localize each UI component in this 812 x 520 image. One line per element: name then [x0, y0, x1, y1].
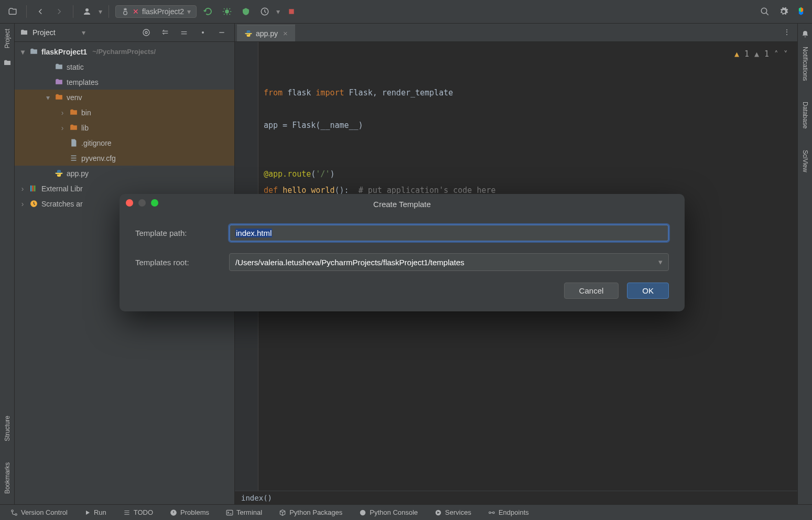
expand-all-icon[interactable]: [158, 25, 172, 40]
close-icon[interactable]: ×: [283, 29, 288, 38]
editor-tabs: app.py × ⋮: [235, 24, 797, 42]
run-button[interactable]: Run: [84, 508, 106, 516]
structure-tool-button[interactable]: Structure: [4, 410, 11, 447]
svg-rect-9: [30, 186, 31, 191]
console-button[interactable]: Python Console: [359, 508, 418, 516]
scratches-icon: [29, 199, 38, 208]
prev-icon[interactable]: ˄: [774, 46, 778, 62]
create-template-dialog: Create Template Template path: index.htm…: [120, 194, 685, 311]
collapse-all-icon[interactable]: [177, 25, 191, 40]
file-icon: [69, 154, 78, 162]
close-window-icon[interactable]: [126, 199, 133, 207]
run-config-dropdown[interactable]: ✕ flaskProject2 ▾: [115, 5, 197, 18]
templates-root-select[interactable]: /Users/valeria.letusheva/PycharmProjects…: [229, 253, 669, 271]
dialog-titlebar[interactable]: Create Template: [120, 194, 685, 214]
svg-point-14: [15, 513, 17, 515]
folder-icon: [55, 62, 63, 71]
input-value: index.html: [235, 229, 272, 237]
panel-settings-icon[interactable]: [196, 25, 210, 40]
problems-button[interactable]: Problems: [170, 508, 209, 516]
chevron-down-icon: ▾: [44, 93, 51, 102]
back-icon[interactable]: [33, 4, 48, 19]
sciview-tool-button[interactable]: SciView: [802, 145, 809, 177]
tree-file-pyvenv[interactable]: pyvenv.cfg: [15, 150, 234, 166]
svg-point-13: [12, 510, 14, 512]
svg-point-0: [85, 8, 89, 12]
rerun-icon[interactable]: [201, 4, 215, 19]
separator: [26, 5, 27, 18]
tree-label: bin: [81, 109, 91, 117]
next-icon[interactable]: ˅: [784, 46, 788, 62]
version-control-button[interactable]: Version Control: [10, 508, 68, 516]
packages-button[interactable]: Python Packages: [279, 508, 342, 516]
debug-icon[interactable]: [220, 4, 234, 19]
jetbrains-icon[interactable]: [795, 4, 807, 19]
file-icon: [69, 138, 78, 147]
user-icon[interactable]: [80, 4, 94, 19]
endpoints-button[interactable]: Endpoints: [488, 508, 529, 516]
chevron-down-icon: ▾: [19, 48, 26, 56]
tree-label: app.py: [67, 169, 89, 178]
panel-header: Project ▾: [15, 24, 234, 42]
inspections-widget[interactable]: ▲1 ▲1 ˄ ˅: [734, 46, 788, 62]
database-tool-button[interactable]: Database: [802, 96, 809, 134]
minimize-window-icon[interactable]: [138, 199, 146, 207]
tab-label: app.py: [256, 29, 278, 38]
svg-rect-4: [289, 9, 294, 14]
tree-file-gitignore[interactable]: .gitignore: [15, 135, 234, 150]
svg-rect-16: [226, 510, 233, 515]
libraries-icon: [29, 184, 38, 193]
zoom-window-icon[interactable]: [151, 199, 158, 207]
minimize-icon[interactable]: [214, 25, 229, 40]
tab-app-py[interactable]: app.py ×: [237, 25, 295, 41]
forward-icon[interactable]: [52, 4, 67, 19]
terminal-button[interactable]: Terminal: [226, 508, 262, 516]
chevron-right-icon: ›: [19, 185, 26, 193]
folder-icon: [29, 47, 38, 56]
bell-icon[interactable]: [798, 27, 813, 41]
bookmarks-tool-button[interactable]: Bookmarks: [4, 457, 11, 499]
svg-point-7: [143, 29, 149, 36]
select-opened-icon[interactable]: [139, 25, 154, 40]
tree-root[interactable]: ▾ flaskProject1 ~/PycharmProjects/: [15, 44, 234, 59]
chevron-right-icon: ›: [59, 109, 66, 117]
tree-label: .gitignore: [81, 139, 112, 147]
tree-folder-templates[interactable]: templates: [15, 74, 234, 90]
svg-point-1: [124, 11, 127, 15]
folder-icon: [69, 123, 78, 132]
tab-options-icon[interactable]: ⋮: [779, 25, 794, 39]
project-tool-button[interactable]: Project: [4, 24, 11, 53]
tree-folder-bin[interactable]: › bin: [15, 105, 234, 120]
tree-file-app[interactable]: app.py: [15, 166, 234, 181]
profile-icon[interactable]: [257, 4, 272, 19]
ok-button[interactable]: OK: [627, 283, 669, 299]
tree-label: Scratches ar: [41, 200, 83, 208]
search-icon[interactable]: [757, 4, 772, 19]
folder-icon: [55, 78, 63, 86]
notifications-tool-button[interactable]: Notifications: [802, 41, 809, 86]
tree-label: pyvenv.cfg: [81, 154, 116, 162]
chevron-right-icon: ›: [19, 200, 26, 208]
breadcrumb-text: index(): [241, 494, 272, 502]
cancel-button[interactable]: Cancel: [564, 283, 619, 299]
services-button[interactable]: Services: [435, 508, 471, 516]
tree-folder-lib[interactable]: › lib: [15, 120, 234, 135]
chevron-down-icon[interactable]: ▾: [82, 28, 85, 37]
template-path-label: Template path:: [135, 229, 216, 237]
dialog-title: Create Template: [373, 200, 431, 209]
template-path-input[interactable]: index.html: [229, 224, 669, 242]
open-icon[interactable]: [5, 4, 20, 19]
tree-label: static: [67, 63, 84, 71]
tree-folder-venv[interactable]: ▾ venv: [15, 90, 234, 105]
editor-breadcrumb[interactable]: index(): [235, 491, 797, 504]
svg-rect-10: [33, 186, 34, 191]
tree-folder-static[interactable]: static: [15, 59, 234, 74]
todo-button[interactable]: TODO: [123, 508, 153, 516]
coverage-icon[interactable]: [239, 4, 253, 19]
panel-title: Project: [33, 28, 78, 37]
folder-icon[interactable]: [0, 56, 15, 70]
settings-icon[interactable]: [776, 4, 791, 19]
svg-point-8: [202, 31, 204, 34]
stop-icon[interactable]: [284, 4, 299, 19]
left-tool-gutter: Project Structure Bookmarks: [0, 24, 15, 504]
